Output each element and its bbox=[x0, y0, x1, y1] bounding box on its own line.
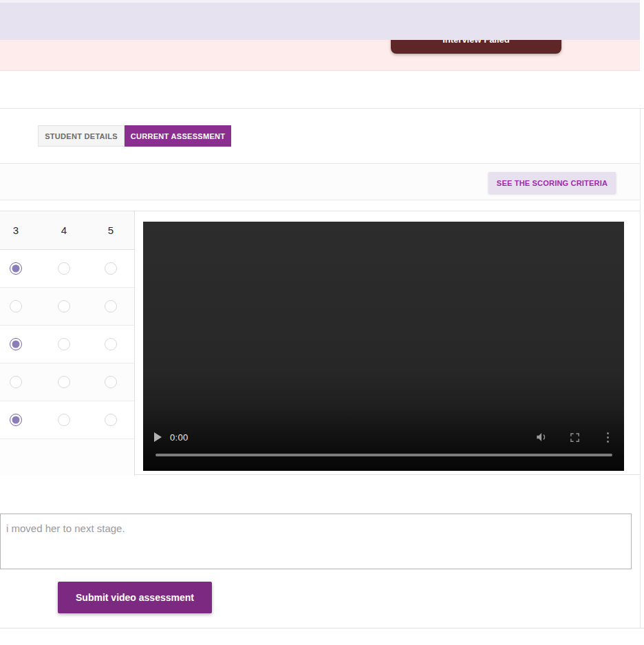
tab-current-assessment[interactable]: CURRENT ASSESSMENT bbox=[125, 125, 231, 147]
section-divider bbox=[0, 108, 644, 109]
video-progress-bar[interactable] bbox=[155, 454, 612, 456]
scoring-criteria-button[interactable]: SEE THE SCORING CRITERIA bbox=[489, 172, 616, 193]
table-row bbox=[0, 363, 134, 401]
video-player[interactable]: 0:00 bbox=[143, 222, 624, 471]
radio-score-4[interactable] bbox=[58, 338, 70, 350]
radio-score-3[interactable] bbox=[10, 414, 22, 426]
rating-table-empty-row bbox=[0, 439, 134, 475]
rating-rows bbox=[0, 250, 134, 439]
radio-score-3[interactable] bbox=[10, 338, 22, 350]
play-icon[interactable] bbox=[154, 432, 162, 442]
radio-score-5[interactable] bbox=[105, 300, 117, 313]
overflow-menu-icon[interactable] bbox=[599, 429, 616, 445]
status-banner: Interview Failed bbox=[0, 40, 640, 71]
table-row bbox=[0, 288, 134, 326]
assessment-toolbar: SEE THE SCORING CRITERIA bbox=[0, 163, 640, 200]
column-header-3: 3 bbox=[9, 211, 23, 249]
radio-score-3[interactable] bbox=[10, 376, 22, 388]
rating-table-header: 3 4 5 bbox=[0, 211, 134, 250]
page-header-band bbox=[0, 0, 640, 40]
column-header-4: 4 bbox=[57, 211, 71, 249]
assessment-section: 3 4 5 0:00 bbox=[0, 211, 640, 475]
table-row bbox=[0, 326, 134, 363]
video-current-time: 0:00 bbox=[170, 432, 189, 443]
rating-table: 3 4 5 bbox=[0, 211, 135, 476]
radio-score-5[interactable] bbox=[105, 414, 117, 426]
interview-failed-button[interactable]: Interview Failed bbox=[391, 40, 561, 54]
submit-video-assessment-button[interactable]: Submit video assessment bbox=[58, 582, 212, 613]
card-right-border bbox=[640, 109, 641, 628]
radio-score-4[interactable] bbox=[58, 414, 70, 426]
volume-icon[interactable] bbox=[533, 429, 550, 445]
card-bottom-border bbox=[0, 628, 644, 628]
radio-score-3[interactable] bbox=[10, 262, 22, 275]
radio-score-4[interactable] bbox=[58, 262, 70, 275]
column-header-5: 5 bbox=[104, 211, 118, 249]
assessment-page: Interview Failed STUDENT DETAILS CURRENT… bbox=[0, 0, 644, 645]
assessment-comment-input[interactable]: i moved her to next stage. bbox=[0, 514, 632, 569]
header-top-strip bbox=[0, 0, 640, 3]
fullscreen-icon[interactable] bbox=[566, 429, 583, 445]
tab-student-details[interactable]: STUDENT DETAILS bbox=[38, 125, 125, 147]
table-row bbox=[0, 401, 134, 439]
radio-score-5[interactable] bbox=[105, 338, 117, 350]
radio-score-4[interactable] bbox=[58, 376, 70, 388]
radio-score-5[interactable] bbox=[105, 262, 117, 275]
table-row bbox=[0, 250, 134, 288]
radio-score-5[interactable] bbox=[105, 376, 117, 388]
radio-score-3[interactable] bbox=[10, 300, 22, 313]
radio-score-4[interactable] bbox=[58, 300, 70, 313]
